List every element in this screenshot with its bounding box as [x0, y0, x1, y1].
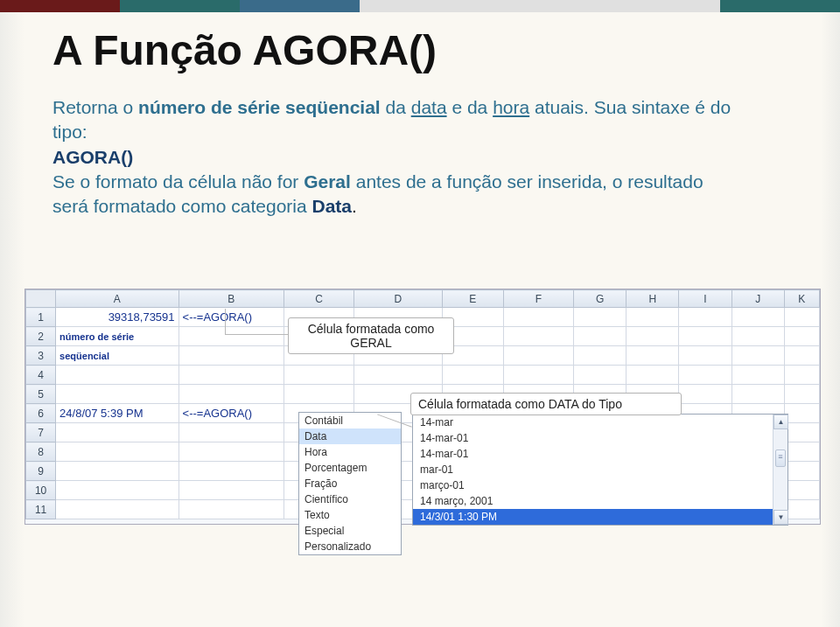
col-header-e[interactable]: E — [442, 290, 503, 308]
cell[interactable] — [784, 404, 819, 423]
cell[interactable] — [784, 385, 819, 404]
cell[interactable] — [574, 327, 626, 346]
category-listbox[interactable]: ContábilDataHoraPorcentagemFraçãoCientíf… — [298, 412, 402, 555]
cell-b6[interactable]: <--=AGORA() — [178, 404, 284, 423]
cell[interactable] — [284, 366, 354, 385]
cell-a2[interactable]: número de série — [56, 327, 178, 346]
col-header-k[interactable]: K — [784, 290, 819, 308]
cell[interactable] — [784, 462, 819, 481]
cell[interactable] — [784, 423, 819, 442]
cell[interactable] — [56, 462, 178, 481]
category-option[interactable]: Personalizado — [299, 539, 401, 554]
cell[interactable] — [574, 366, 626, 385]
scroll-thumb[interactable]: ≡ — [775, 449, 786, 467]
cell[interactable] — [784, 481, 819, 500]
select-all-corner[interactable] — [26, 290, 56, 308]
cell[interactable] — [56, 385, 178, 404]
cell[interactable] — [732, 385, 784, 404]
cell[interactable] — [626, 366, 679, 385]
cell[interactable] — [56, 481, 178, 500]
tipo-option[interactable]: 14/3/01 1:30 PM — [413, 509, 788, 525]
tipo-option[interactable]: mar-01 — [413, 462, 788, 477]
row-header-10[interactable]: 10 — [26, 481, 56, 500]
cell[interactable] — [442, 366, 503, 385]
tipo-option[interactable]: março-01 — [413, 477, 788, 493]
row-header-11[interactable]: 11 — [26, 500, 56, 519]
cell[interactable] — [178, 423, 284, 442]
cell[interactable] — [56, 442, 178, 462]
category-option[interactable]: Texto — [299, 507, 401, 523]
cell[interactable] — [784, 346, 819, 366]
cell[interactable] — [354, 366, 442, 385]
row-header-8[interactable]: 8 — [26, 442, 56, 462]
cell[interactable] — [178, 462, 284, 481]
category-option[interactable]: Porcentagem — [299, 460, 401, 476]
col-header-a[interactable]: A — [56, 290, 178, 308]
cell[interactable] — [679, 366, 732, 385]
row-header-2[interactable]: 2 — [26, 327, 56, 346]
cell[interactable] — [732, 346, 784, 366]
cell[interactable] — [784, 327, 819, 346]
scroll-up-button[interactable]: ▲ — [774, 415, 788, 429]
category-option[interactable]: Científico — [299, 491, 401, 507]
cell[interactable] — [626, 327, 679, 346]
cell[interactable] — [178, 442, 284, 462]
cell[interactable] — [574, 308, 626, 327]
cell[interactable] — [178, 385, 284, 404]
cell-a6[interactable]: 24/8/07 5:39 PM — [56, 404, 178, 423]
cell[interactable] — [284, 385, 354, 404]
cell-a3[interactable]: seqüencial — [56, 346, 178, 366]
col-header-i[interactable]: I — [679, 290, 732, 308]
category-option[interactable]: Hora — [299, 444, 401, 460]
col-header-j[interactable]: J — [732, 290, 784, 308]
cell[interactable] — [503, 308, 573, 327]
cell[interactable] — [679, 308, 732, 327]
cell[interactable] — [784, 366, 819, 385]
row-header-3[interactable]: 3 — [26, 346, 56, 366]
cell-a1[interactable]: 39318,73591 — [56, 308, 178, 327]
cell[interactable] — [732, 366, 784, 385]
row-header-1[interactable]: 1 — [26, 308, 56, 327]
cell[interactable] — [178, 481, 284, 500]
tipo-option[interactable]: 14-mar-01 — [413, 430, 788, 446]
row-header-9[interactable]: 9 — [26, 462, 56, 481]
cell[interactable] — [679, 346, 732, 366]
cell[interactable] — [574, 346, 626, 366]
cell[interactable] — [679, 385, 732, 404]
cell[interactable] — [784, 500, 819, 519]
cell[interactable] — [732, 308, 784, 327]
cell[interactable] — [56, 423, 178, 442]
row-header-5[interactable]: 5 — [26, 385, 56, 404]
tipo-scrollbar[interactable]: ▲ ≡ ▼ — [773, 415, 788, 525]
cell[interactable] — [178, 366, 284, 385]
tipo-option[interactable]: 14-mar-01 — [413, 446, 788, 462]
category-option[interactable]: Data — [299, 428, 401, 444]
cell[interactable] — [178, 500, 284, 519]
cell[interactable] — [503, 346, 573, 366]
scroll-down-button[interactable]: ▼ — [774, 510, 788, 525]
col-header-b[interactable]: B — [178, 290, 284, 308]
cell[interactable] — [178, 346, 284, 366]
col-header-h[interactable]: H — [626, 290, 679, 308]
tipo-option[interactable]: 14-mar — [413, 415, 788, 430]
cell[interactable] — [56, 500, 178, 519]
cell[interactable] — [732, 327, 784, 346]
cell[interactable] — [626, 346, 679, 366]
row-header-6[interactable]: 6 — [26, 404, 56, 423]
col-header-f[interactable]: F — [503, 290, 573, 308]
cell[interactable] — [784, 442, 819, 462]
cell[interactable] — [679, 327, 732, 346]
col-header-c[interactable]: C — [284, 290, 354, 308]
col-header-g[interactable]: G — [574, 290, 626, 308]
cell[interactable] — [626, 308, 679, 327]
row-header-7[interactable]: 7 — [26, 423, 56, 442]
row-header-4[interactable]: 4 — [26, 366, 56, 385]
col-header-d[interactable]: D — [354, 290, 442, 308]
cell[interactable] — [503, 327, 573, 346]
category-option[interactable]: Fração — [299, 476, 401, 491]
tipo-option[interactable]: 14 março, 2001 — [413, 493, 788, 509]
category-option[interactable]: Especial — [299, 523, 401, 539]
tipo-listbox[interactable]: 14-mar14-mar-0114-mar-01mar-01março-0114… — [412, 414, 788, 526]
cell[interactable] — [56, 366, 178, 385]
cell[interactable] — [503, 366, 573, 385]
